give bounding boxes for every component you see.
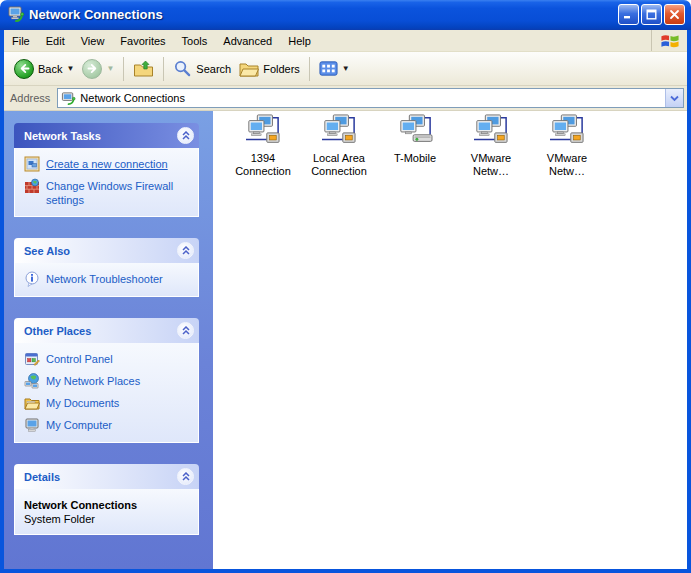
menu-help[interactable]: Help (280, 30, 319, 51)
control-panel-icon (24, 351, 40, 367)
back-dropdown-icon[interactable]: ▼ (66, 65, 74, 73)
folders-icon (239, 60, 259, 78)
link-create-new-connection[interactable]: Create a new connection (24, 157, 192, 172)
menu-favorites[interactable]: Favorites (112, 30, 173, 51)
address-value[interactable]: Network Connections (80, 92, 665, 104)
chevron-up-icon (181, 131, 191, 140)
task-label: Control Panel (46, 352, 113, 366)
forward-icon (82, 59, 102, 79)
up-folder-icon (133, 59, 154, 78)
connection-label[interactable]: VMware Netw… (454, 152, 528, 178)
views-icon (319, 59, 338, 78)
panel-header-details[interactable]: Details (14, 464, 199, 489)
link-control-panel[interactable]: Control Panel (24, 352, 192, 367)
back-button[interactable]: Back ▼ (10, 57, 78, 81)
lan-connection-icon (471, 114, 511, 148)
connection-vmware-2[interactable]: VMware Netw… (529, 114, 605, 178)
details-folder-type: System Folder (24, 512, 192, 526)
title-bar: Network Connections (0, 0, 691, 30)
views-button[interactable]: ▼ (315, 57, 354, 80)
up-button[interactable] (129, 57, 158, 80)
forward-button[interactable]: ▼ (78, 57, 118, 81)
folders-button[interactable]: Folders (235, 58, 304, 80)
connection-label[interactable]: Local Area Connection (302, 152, 376, 178)
connection-vmware-1[interactable]: VMware Netw… (453, 114, 529, 178)
minimize-button[interactable] (618, 4, 639, 25)
connection-label[interactable]: T-Mobile (394, 152, 436, 165)
task-pane: Network Tasks (4, 111, 213, 569)
menu-view[interactable]: View (73, 30, 113, 51)
panel-details: Details Network Connections System Folde… (14, 464, 199, 535)
lan-connection-icon (319, 114, 359, 148)
lan-connection-icon (243, 114, 283, 148)
panel-see-also: See Also Net (14, 238, 199, 297)
maximize-button[interactable] (641, 4, 662, 25)
menu-tools[interactable]: Tools (174, 30, 216, 51)
chevron-up-icon (181, 472, 191, 481)
menu-edit[interactable]: Edit (38, 30, 73, 51)
toolbar-separator (123, 57, 124, 81)
task-label: Change Windows Firewall settings (46, 179, 192, 207)
connection-tmobile[interactable]: T-Mobile (377, 114, 453, 165)
panel-header-see-also[interactable]: See Also (14, 238, 199, 263)
collapse-button[interactable] (177, 322, 194, 339)
link-my-computer[interactable]: My Computer (24, 418, 192, 433)
panel-header-other-places[interactable]: Other Places (14, 318, 199, 343)
task-label: My Computer (46, 418, 112, 432)
network-connections-icon (7, 5, 25, 23)
lan-connection-icon (547, 114, 587, 148)
views-dropdown-icon[interactable]: ▼ (342, 65, 350, 73)
folder-view[interactable]: 1394 Connection Loc (213, 111, 687, 569)
forward-dropdown-icon[interactable]: ▼ (106, 65, 114, 73)
link-network-troubleshooter[interactable]: Network Troubleshooter (24, 272, 192, 287)
chevron-down-icon (670, 95, 679, 102)
panel-other-places: Other Places (14, 318, 199, 443)
chevron-up-icon (181, 326, 191, 335)
collapse-button[interactable] (177, 242, 194, 259)
link-my-network-places[interactable]: My Network Places (24, 374, 192, 389)
search-icon (173, 59, 192, 78)
task-label: My Network Places (46, 374, 140, 388)
address-location-icon (61, 91, 76, 106)
firewall-icon (24, 178, 40, 194)
back-label: Back (38, 63, 62, 75)
network-connections-window: Network Connections File Edit View Favor… (0, 0, 691, 573)
folders-label: Folders (263, 63, 300, 75)
connection-label[interactable]: VMware Netw… (530, 152, 604, 178)
task-label: Create a new connection (46, 157, 168, 171)
close-button[interactable] (664, 4, 685, 25)
panel-title: See Also (24, 245, 70, 257)
search-button[interactable]: Search (169, 57, 235, 80)
menu-file[interactable]: File (4, 30, 38, 51)
toolbar-separator (163, 57, 164, 81)
panel-title: Other Places (24, 325, 91, 337)
link-my-documents[interactable]: My Documents (24, 396, 192, 411)
panel-header-network-tasks[interactable]: Network Tasks (14, 123, 199, 148)
troubleshooter-icon (24, 271, 40, 287)
panel-title: Details (24, 471, 60, 483)
documents-icon (24, 395, 40, 411)
search-label: Search (196, 63, 231, 75)
chevron-up-icon (181, 246, 191, 255)
task-label: Network Troubleshooter (46, 272, 163, 286)
panel-title: Network Tasks (24, 130, 101, 142)
address-dropdown-button[interactable] (665, 89, 683, 107)
computer-icon (24, 417, 40, 433)
connection-1394[interactable]: 1394 Connection (225, 114, 301, 178)
toolbar: Back ▼ ▼ Se (4, 52, 687, 86)
task-label: My Documents (46, 396, 119, 410)
menu-advanced[interactable]: Advanced (215, 30, 280, 51)
window-title: Network Connections (29, 7, 618, 22)
address-combo[interactable]: Network Connections (57, 88, 684, 108)
dialup-connection-icon (395, 114, 435, 148)
back-icon (14, 59, 34, 79)
menu-bar: File Edit View Favorites Tools Advanced … (4, 30, 687, 52)
link-change-firewall-settings[interactable]: Change Windows Firewall settings (24, 179, 192, 207)
connection-label[interactable]: 1394 Connection (226, 152, 300, 178)
address-label: Address (10, 92, 50, 104)
address-bar: Address Network Connections (4, 86, 687, 111)
connection-local-area[interactable]: Local Area Connection (301, 114, 377, 178)
collapse-button[interactable] (177, 127, 194, 144)
collapse-button[interactable] (177, 468, 194, 485)
panel-network-tasks: Network Tasks (14, 123, 199, 217)
